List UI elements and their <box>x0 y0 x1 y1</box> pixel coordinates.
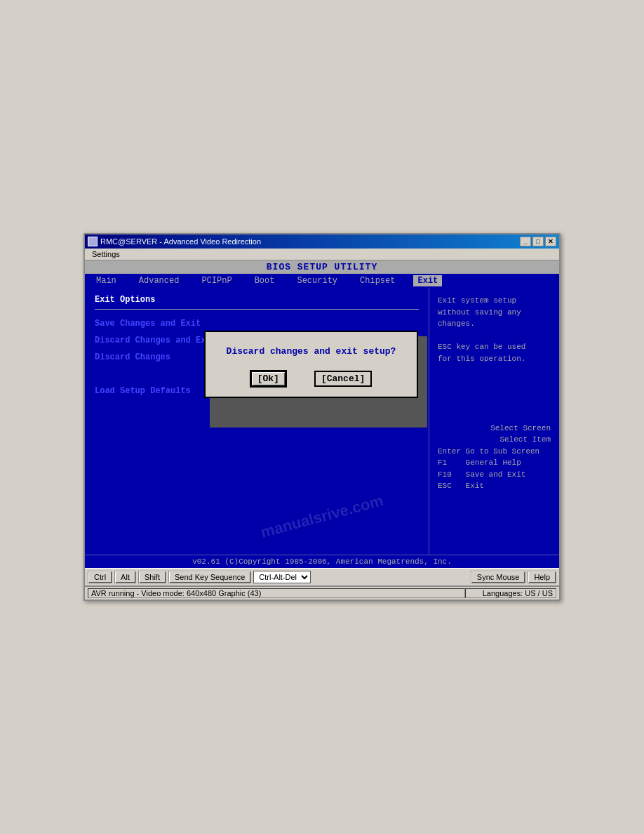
help-button[interactable]: Help <box>528 571 556 583</box>
bios-bottom-bar: v02.61 (C)Copyright 1985-2006, American … <box>85 555 559 568</box>
title-bar: RMC@SERVER - Advanced Video Redirection … <box>85 234 559 249</box>
minimize-button[interactable]: _ <box>520 237 531 246</box>
window-controls: _ □ ✕ <box>520 237 556 246</box>
title-bar-left: RMC@SERVER - Advanced Video Redirection <box>88 237 261 246</box>
bios-header: BIOS SETUP UTILITY <box>85 260 559 274</box>
key-select-screen: Select Screen <box>438 423 551 435</box>
window-title: RMC@SERVER - Advanced Video Redirection <box>100 237 261 246</box>
dialog-box: Discard changes and exit setup? [Ok] [Ca… <box>204 331 418 398</box>
nav-pcipnp[interactable]: PCIPnP <box>197 275 236 286</box>
bios-right-panel: Exit system setup without saving any cha… <box>429 288 559 555</box>
help-line-3: changes. <box>438 318 551 330</box>
key-select-item: Select Item <box>438 434 551 446</box>
exit-options-title: Exit Options <box>95 295 419 305</box>
close-button[interactable]: ✕ <box>545 237 556 246</box>
send-key-sequence-button[interactable]: Send Key Sequence <box>168 571 251 583</box>
bios-nav: Main Advanced PCIPnP Boot Security Chips… <box>85 274 559 288</box>
menu-bar: Settings <box>85 249 559 260</box>
status-left: AVR running - Video mode: 640x480 Graphi… <box>88 588 465 598</box>
dialog-message: Discard changes and exit setup? <box>220 346 403 357</box>
help-line-5: ESC key can be used <box>438 341 551 353</box>
nav-boot[interactable]: Boot <box>250 275 279 286</box>
dialog-ok-button[interactable]: [Ok] <box>250 371 286 387</box>
dialog-cancel-button[interactable]: [Cancel] <box>314 371 372 387</box>
nav-advanced[interactable]: Advanced <box>135 275 184 286</box>
status-right: Languages: US / US <box>465 588 556 598</box>
menu-save-changes[interactable]: Save Changes and Exit <box>95 315 419 332</box>
sync-mouse-button[interactable]: Sync Mouse <box>471 571 526 583</box>
nav-exit[interactable]: Exit <box>413 275 442 286</box>
app-icon <box>88 237 98 246</box>
help-line-6: for this operation. <box>438 353 551 365</box>
alt-button[interactable]: Alt <box>114 571 136 583</box>
key-f10: F10 Save and Exit <box>438 469 551 481</box>
main-window: RMC@SERVER - Advanced Video Redirection … <box>83 233 561 601</box>
menu-settings[interactable]: Settings <box>88 249 124 259</box>
nav-chipset[interactable]: Chipset <box>356 275 399 286</box>
status-bar: AVR running - Video mode: 640x480 Graphi… <box>85 586 559 600</box>
key-esc: ESC Exit <box>438 480 551 492</box>
key-enter: Enter Go to Sub Screen <box>438 446 551 458</box>
help-line-4 <box>438 330 551 342</box>
key-f1: F1 General Help <box>438 457 551 469</box>
nav-main[interactable]: Main <box>92 275 121 286</box>
help-line-1: Exit system setup <box>438 295 551 307</box>
maximize-button[interactable]: □ <box>532 237 544 246</box>
key-sequence-dropdown[interactable]: Ctrl-Alt-Del Ctrl-Alt-F1 Ctrl-Alt-F2 <box>253 571 311 583</box>
bios-screen: BIOS SETUP UTILITY Main Advanced PCIPnP … <box>85 260 559 568</box>
dialog-buttons: [Ok] [Cancel] <box>220 371 403 387</box>
nav-security[interactable]: Security <box>293 275 342 286</box>
ctrl-button[interactable]: Ctrl <box>88 571 112 583</box>
separator <box>95 309 419 310</box>
help-line-2: without saving any <box>438 307 551 319</box>
shift-button[interactable]: Shift <box>138 571 166 583</box>
toolbar: Ctrl Alt Shift Send Key Sequence Ctrl-Al… <box>85 568 559 586</box>
